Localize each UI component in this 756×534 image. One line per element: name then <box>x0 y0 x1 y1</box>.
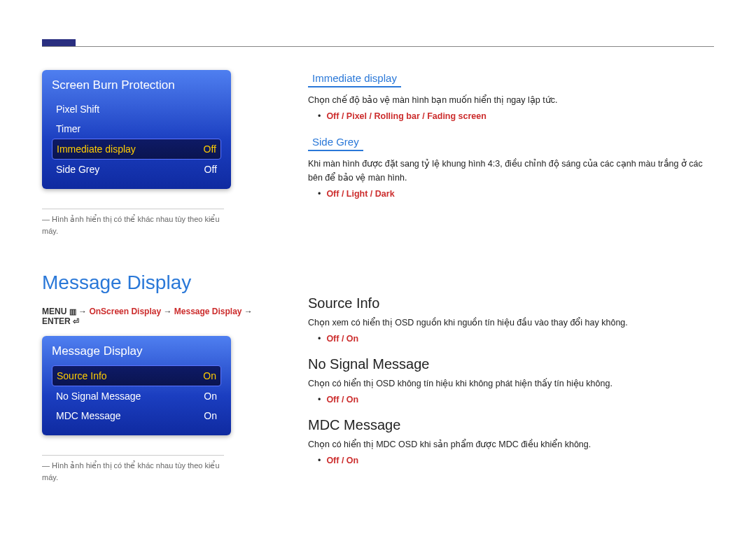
osd-row-label: Pixel Shift <box>56 104 99 115</box>
menu-icon: ▥ <box>69 307 76 316</box>
osd-row-label: Side Grey <box>56 164 99 175</box>
nav-step-message-display: Message Display <box>174 307 242 316</box>
description-text: Chọn có hiển thị MDC OSD khi sản phẩm đư… <box>308 437 714 451</box>
osd-row-label: MDC Message <box>56 410 121 421</box>
osd-row-timer: Timer <box>52 119 221 139</box>
osd-row-value: Off <box>204 143 216 155</box>
subheading-no-signal-message: No Signal Message <box>308 356 714 372</box>
subheading-mdc-message: MDC Message <box>308 417 714 433</box>
option-values: Off / On <box>326 395 358 405</box>
osd-panel-screen-burn-protection: Screen Burn Protection Pixel Shift Timer… <box>42 70 231 189</box>
osd-row-label: Source Info <box>57 370 107 381</box>
option-list: Off / Light / Dark <box>318 189 714 199</box>
option-values: Off / On <box>326 334 358 344</box>
section-heading-message-display: Message Display <box>42 272 266 294</box>
menu-breadcrumb: MENU ▥ → OnScreen Display → Message Disp… <box>42 307 266 326</box>
subheading-immediate-display: Immediate display <box>308 70 401 87</box>
option-values: Off / Pixel / Rolling bar / Fading scree… <box>326 111 486 121</box>
nav-arrow: → <box>163 307 172 316</box>
footnote-text: ― Hình ảnh hiển thị có thể khác nhau tùy… <box>42 209 224 237</box>
option-list: Off / Pixel / Rolling bar / Fading scree… <box>318 111 714 121</box>
osd-row-mdc-message: MDC Message On <box>52 406 221 426</box>
top-horizontal-rule <box>42 46 714 47</box>
nav-arrow: → <box>78 307 87 316</box>
subheading-source-info: Source Info <box>308 295 714 311</box>
option-values: Off / Light / Dark <box>326 189 394 199</box>
accent-bar <box>42 39 76 46</box>
nav-arrow: → <box>244 307 253 316</box>
option-values: Off / On <box>326 456 358 465</box>
osd-row-no-signal-message: No Signal Message On <box>52 386 221 406</box>
subheading-side-grey: Side Grey <box>308 134 363 151</box>
osd-row-source-info: Source Info On <box>52 365 221 386</box>
footnote-text: ― Hình ảnh hiển thị có thể khác nhau tùy… <box>42 455 224 483</box>
option-list: Off / On <box>318 334 714 344</box>
nav-step-onscreen-display: OnScreen Display <box>89 307 161 316</box>
nav-enter-label: ENTER <box>42 316 71 326</box>
osd-row-immediate-display: Immediate display Off <box>52 139 221 160</box>
osd-row-value: On <box>204 410 217 421</box>
osd-row-side-grey: Side Grey Off <box>52 160 221 179</box>
nav-menu-label: MENU <box>42 307 66 316</box>
osd-row-label: No Signal Message <box>56 391 141 402</box>
osd-row-label: Immediate display <box>57 143 136 155</box>
osd-title: Screen Burn Protection <box>52 78 221 92</box>
osd-title: Message Display <box>52 344 221 358</box>
description-text: Chọn chế độ bảo vệ màn hình bạn muốn hiể… <box>308 93 714 107</box>
osd-panel-message-display: Message Display Source Info On No Signal… <box>42 336 231 435</box>
option-list: Off / On <box>318 395 714 405</box>
osd-row-label: Timer <box>56 123 80 134</box>
option-list: Off / On <box>318 456 714 465</box>
description-text: Khi màn hình được đặt sang tỷ lệ khung h… <box>308 157 714 185</box>
enter-icon: ⏎ <box>73 317 79 325</box>
description-text: Chọn xem có hiển thị OSD nguồn khi nguồn… <box>308 316 714 330</box>
osd-row-value: Off <box>204 164 217 175</box>
osd-row-value: On <box>203 370 216 381</box>
osd-row-value: On <box>204 391 217 402</box>
description-text: Chọn có hiển thị OSD không tín hiệu khi … <box>308 377 714 391</box>
osd-row-pixel-shift: Pixel Shift <box>52 99 221 119</box>
